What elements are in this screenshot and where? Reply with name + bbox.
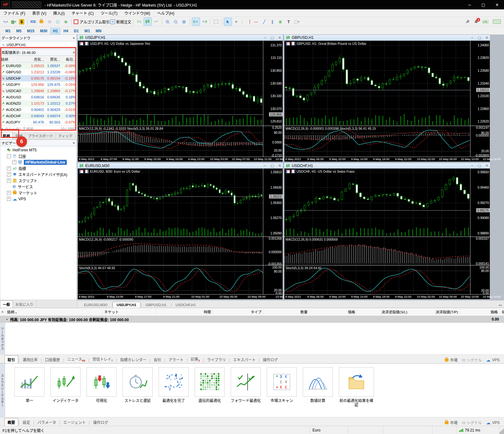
toolbox-tab-指標カレンダー[interactable]: 指標カレンダー xyxy=(117,356,149,363)
tgrid-icon[interactable] xyxy=(195,367,225,397)
indicator-pane-stoch[interactable]: Stoch(8,3,3) 46.57 48.92100.0080.0020.00… xyxy=(78,265,283,294)
close-icon[interactable]: ✕ xyxy=(486,164,488,168)
timeframe-MN[interactable]: MN xyxy=(93,28,104,34)
expand-icon[interactable]: + xyxy=(7,166,11,170)
maximize-icon[interactable]: ▢ xyxy=(270,36,274,40)
price-pane[interactable]: EURUSD, M30: Euro vs US Dollar1.058101.0… xyxy=(78,169,283,237)
timeframe-D1[interactable]: D1 xyxy=(71,28,81,34)
mw-column-0[interactable]: 銘柄 xyxy=(0,57,29,62)
indicator-pane-macd[interactable]: MACD(12,26,9) 0.000631 0.0005690.0023370… xyxy=(284,237,490,265)
menu-item-0[interactable]: ファイル (F) xyxy=(0,9,29,17)
price-axis[interactable]: 1.058101.056301.054501.052701.050901.055… xyxy=(263,169,283,237)
chart-window-titlebar[interactable]: USDJPY,H1─▢✕ xyxy=(77,35,283,41)
mw-row-USDJPY[interactable]: ↗USDJPY129.956129.975-0.25% xyxy=(0,81,77,88)
algo-trading-button[interactable]: アルゴリズム取引 xyxy=(74,18,110,25)
nav-item-5[interactable]: +スクリプト xyxy=(0,178,76,184)
toolbox-tab-運用比率[interactable]: 運用比率 xyxy=(20,356,40,363)
menu-item-6[interactable]: ヘルプ(H) xyxy=(154,9,178,17)
mw-row-AUDJPY[interactable]: ↗AUDJPY90.47690.503-0.07% xyxy=(0,119,77,125)
menu-item-3[interactable]: チャート (C) xyxy=(68,9,97,17)
toolbox-tab-操作ログ[interactable]: 操作ログ xyxy=(260,356,281,363)
close-icon[interactable]: ✕ xyxy=(278,36,281,40)
close-icon[interactable]: ✕ xyxy=(73,141,75,145)
close-icon[interactable]: ✕ xyxy=(73,36,75,40)
chart-body[interactable]: GBPUSD, H1: Great Britain Pound vs US Do… xyxy=(284,41,490,162)
minimize-icon[interactable]: ─ xyxy=(471,36,474,40)
close-icon[interactable]: ✕ xyxy=(73,51,75,54)
minimize-icon[interactable]: ─ xyxy=(264,36,266,40)
tscatter-icon[interactable] xyxy=(159,367,189,397)
time-axis[interactable]: 9 May 20229 May 06:009 May 10:009 May 14… xyxy=(284,294,490,299)
shift-back-icon[interactable] xyxy=(201,18,208,25)
toolbox-tab-記事[interactable]: 記事3 xyxy=(188,355,203,363)
tester-tab-操作ログ[interactable]: 操作ログ xyxy=(90,418,111,426)
tstress-icon[interactable] xyxy=(123,367,153,397)
fibo-tool-icon[interactable]: ≣ xyxy=(277,18,284,25)
nav-item-2[interactable]: +HFMarketsGlobal-Live xyxy=(0,159,76,165)
chart-window-titlebar[interactable]: USDCHF,H1─▢✕ xyxy=(284,163,490,169)
chart-profile-icon[interactable]: ▦▾ xyxy=(10,18,17,25)
chart-tab-USDCHF,H1[interactable]: USDCHF,H1 xyxy=(172,302,200,308)
tester-tile-7[interactable]: $€£¥€£市場スキャン xyxy=(267,367,297,403)
mw-row-GBPUSD[interactable]: ↗GBPUSD1.232131.23228-0.06% xyxy=(0,69,77,75)
tcalc-icon[interactable] xyxy=(303,367,333,397)
tester-tile-5[interactable]: 遺伝的最適化 xyxy=(195,367,225,403)
chart-tab-GBPUSD,H1[interactable]: GBPUSD,H1 xyxy=(142,302,170,308)
time-axis[interactable]: 9 May 20229 May 07:009 May 11:009 May 15… xyxy=(78,157,283,162)
chart-type-icon[interactable]: ∿▾ xyxy=(2,18,9,25)
new-order-button[interactable]: +新規注文 xyxy=(110,18,131,25)
tfolder-icon[interactable] xyxy=(339,367,374,397)
collapse-icon[interactable]: − xyxy=(7,154,11,158)
orders-column-3[interactable]: タイプ xyxy=(213,309,264,314)
toolbox-tab-受信トレイ[interactable]: 受信トレイ7 xyxy=(90,355,116,363)
mw-column-3[interactable]: 毎日... xyxy=(61,57,77,62)
timeframe-H4[interactable]: H4 xyxy=(61,28,71,34)
timeframe-M15[interactable]: M15 xyxy=(24,28,37,34)
vps-status[interactable]: ☁VPS xyxy=(486,358,500,362)
candles-chart-icon[interactable] xyxy=(144,18,152,26)
tvis-icon[interactable] xyxy=(87,367,117,397)
menu-item-1[interactable]: 表示 (V) xyxy=(29,9,50,17)
mw-column-1[interactable]: 売気... xyxy=(29,57,45,62)
toolbox-side-label[interactable]: ツールボックス xyxy=(0,323,5,354)
timeframe-M1[interactable]: M1 xyxy=(3,28,13,34)
tchart-icon[interactable] xyxy=(14,367,45,397)
toolbox-tab-アラート[interactable]: アラート xyxy=(165,356,186,363)
tile-windows-icon[interactable]: ⊞ xyxy=(180,18,188,25)
orders-column-6[interactable]: 決済逆指値(S/L) xyxy=(357,309,410,314)
tester-tile-3[interactable]: ストレスと遅延 xyxy=(123,367,153,403)
maximize-icon[interactable]: ▢ xyxy=(478,164,481,168)
nav-item-7[interactable]: +マーケット xyxy=(0,190,76,196)
lvl-icon[interactable]: LVL xyxy=(482,20,488,24)
tscan-icon[interactable]: $€£¥€£ xyxy=(267,367,297,397)
chart-body[interactable]: USDCHF, H1: US Dollar vs Swiss Franc0.99… xyxy=(284,169,490,300)
mw-row-AUDCAD[interactable]: ↗AUDCAD0.904010.90429-0.01% xyxy=(0,107,77,113)
toolbox-tab-ライブラリ[interactable]: ライブラリ xyxy=(204,356,229,363)
nav-tab-一般[interactable]: 一般 xyxy=(0,301,13,308)
orders-column-4[interactable]: 数量 xyxy=(264,309,310,314)
orders-column-5[interactable]: 価格 xyxy=(310,309,357,314)
close-icon[interactable]: ✕ xyxy=(486,36,488,40)
indicator-pane-stoch[interactable]: Stoch(5,3,3) 39.24 64.81100.0080.0020.00… xyxy=(284,265,490,294)
shift-end-icon[interactable] xyxy=(192,18,200,26)
menu-item-4[interactable]: ツール(T) xyxy=(97,9,121,17)
channel-tool-icon[interactable]: ∥ xyxy=(269,18,276,25)
signals-status[interactable]: ((•))シグナル xyxy=(462,420,482,425)
tester-tile-4[interactable]: 最適化を完了 xyxy=(159,367,189,403)
nav-item-4[interactable]: +エキスパートアドバイザ(EA) xyxy=(0,171,76,178)
minimize-icon[interactable]: ─ xyxy=(264,164,266,168)
market-watch-icon[interactable]: $ xyxy=(18,18,25,25)
ide-button[interactable]: IDE xyxy=(29,18,37,25)
menu-item-5[interactable]: ウインドウ(W) xyxy=(121,9,154,17)
chart-tab-USDJPY,H1[interactable]: USDJPY,H1 xyxy=(113,302,140,308)
price-axis[interactable]: 131.370131.110130.850130.590130.330130.0… xyxy=(263,41,283,126)
notifications-bell-icon[interactable]: 🔔︎1 xyxy=(474,19,478,24)
mw-tab-ティック[interactable]: ティック xyxy=(56,132,75,139)
signals-status[interactable]: ((•))シグナル xyxy=(462,357,482,363)
toolbox-tab-会社[interactable]: 会社 xyxy=(151,356,164,363)
menu-item-2[interactable]: 挿入(I) xyxy=(50,9,68,17)
vps-balloon-icon[interactable]: ⬠ xyxy=(54,18,61,25)
tester-tile-1[interactable]: インディケータ xyxy=(50,367,81,403)
indicator-pane-macdstoch[interactable]: MACD(12,26,9) -0.000001 0.000398 Stoch(5… xyxy=(284,126,490,157)
mw-row-AUDUSD[interactable]: ↗AUDUSD0.696160.696350.18% xyxy=(0,94,77,100)
